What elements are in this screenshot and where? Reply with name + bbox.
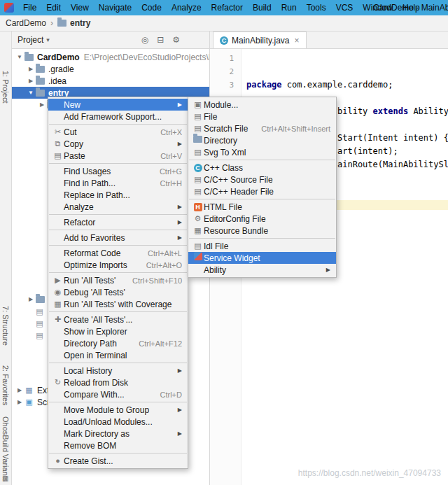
folder-icon	[36, 66, 45, 73]
menu-item-run-all-tests[interactable]: ▶ Run 'All Tests' Ctrl+Shift+F10	[48, 274, 188, 286]
editor-tab-bar: C MainAbility.java ×	[210, 31, 448, 49]
cpp-file-icon: ▤	[192, 185, 204, 197]
menubar-navigate[interactable]: Navigate	[94, 0, 136, 15]
console-icon: ▣	[24, 398, 34, 407]
menu-item-file[interactable]: ▤ File	[188, 111, 336, 122]
chevron-right-icon: ›	[50, 18, 53, 28]
tab-mainability-java[interactable]: C MainAbility.java ×	[213, 31, 307, 48]
tree-item-partial[interactable]: ▤	[35, 306, 44, 318]
menu-item-open-in-terminal[interactable]: Open in Terminal	[48, 349, 188, 361]
folder-icon	[193, 136, 202, 143]
chevron-right-icon: ▶	[37, 101, 47, 108]
menubar-edit[interactable]: Edit	[41, 0, 66, 15]
menu-item-idl-file[interactable]: ▤ Idl File	[188, 240, 336, 252]
tool-stripe-favorites[interactable]: 2: Favorites	[1, 365, 10, 405]
tree-item-label: CardDemo	[37, 52, 80, 62]
locate-file-icon[interactable]: ◎	[141, 35, 148, 45]
menubar-build[interactable]: Build	[248, 0, 276, 15]
tree-item-partial[interactable]: ▤	[35, 330, 44, 342]
menu-item-refactor[interactable]: Refactor ▶	[48, 216, 188, 228]
submenu-arrow-icon: ▶	[318, 267, 330, 273]
class-icon: C	[220, 36, 228, 45]
collapse-all-icon[interactable]: ⊟	[157, 35, 164, 45]
copy-icon: ⧉	[52, 138, 64, 150]
menu-item-directory[interactable]: Directory	[188, 134, 336, 146]
tree-item-gradle[interactable]: ▶ .gradle	[12, 63, 209, 75]
menu-item-c-cpp-source-file[interactable]: ▤ C/C++ Source File	[188, 174, 336, 185]
menu-item-directory-path[interactable]: Directory Path Ctrl+Alt+F12	[48, 337, 188, 349]
cut-icon: ✂	[52, 126, 64, 138]
tree-item-carddemo[interactable]: ▼ CardDemo E:\Project\DevEcoStudioProjec…	[12, 51, 209, 63]
ide-window: File Edit View Navigate Code Analyze Ref…	[0, 0, 448, 485]
menu-item-remove-bom[interactable]: Remove BOM	[48, 440, 188, 451]
menu-item-create-all-tests[interactable]: ✚ Create 'All Tests'...	[48, 314, 188, 325]
menubar-code[interactable]: Code	[136, 0, 167, 15]
menu-item-html-file[interactable]: H HTML File	[188, 201, 336, 213]
menu-item-svg-to-xml[interactable]: ▤ Svg To Xml	[188, 146, 336, 158]
menu-item-find-in-path[interactable]: Find in Path... Ctrl+H	[48, 177, 188, 189]
menu-item-analyze[interactable]: Analyze ▶	[48, 201, 188, 213]
menu-item-debug-all-tests[interactable]: ◉ Debug 'All Tests'	[48, 286, 188, 298]
menu-item-cut[interactable]: ✂ Cut Ctrl+X	[48, 126, 188, 138]
paste-icon: ▤	[52, 150, 64, 162]
tool-stripe-project[interactable]: 1: Project	[1, 71, 10, 103]
tool-stripe-structure[interactable]: 7: Structure	[1, 306, 10, 346]
project-panel-header: Project ▾ ◎ ⊟ ⚙	[12, 31, 209, 49]
run-icon: ▶	[52, 274, 64, 286]
menu-item-c-cpp-header-file[interactable]: ▤ C/C++ Header File	[188, 185, 336, 197]
menu-item-find-usages[interactable]: Find Usages Ctrl+G	[48, 165, 188, 177]
menubar-vcs[interactable]: VCS	[331, 0, 358, 15]
menu-item-show-in-explorer[interactable]: Show in Explorer	[48, 325, 188, 337]
menubar-analyze[interactable]: Analyze	[167, 0, 206, 15]
menu-item-optimize-imports[interactable]: Optimize Imports Ctrl+Alt+O	[48, 259, 188, 271]
close-tab-icon[interactable]: ×	[294, 36, 299, 45]
menu-item-compare-with[interactable]: Compare With... Ctrl+D	[48, 388, 188, 400]
menu-item-mark-directory-as[interactable]: Mark Directory as ▶	[48, 428, 188, 440]
menubar-view[interactable]: View	[66, 0, 94, 15]
menu-item-editorconfig-file[interactable]: ⚙ EditorConfig File	[188, 213, 336, 225]
menubar-run[interactable]: Run	[276, 0, 302, 15]
tool-window-switcher-icon[interactable]: ▦	[2, 475, 8, 482]
menu-item-local-history[interactable]: Local History ▶	[48, 365, 188, 377]
menu-item-new[interactable]: New ▶	[48, 99, 188, 111]
code-line: package com.example.carddemo;	[246, 78, 393, 92]
menu-item-load-unload-modules[interactable]: Load/Unload Modules...	[48, 416, 188, 428]
menu-item-scratch-file[interactable]: ▤ Scratch File Ctrl+Alt+Shift+Insert	[188, 122, 336, 134]
menu-item-replace-in-path[interactable]: Replace in Path...	[48, 189, 188, 201]
menu-item-add-to-favorites[interactable]: Add to Favorites ▶	[48, 232, 188, 244]
menu-item-reload-from-disk[interactable]: ↻ Reload from Disk	[48, 377, 188, 388]
tree-item-partial[interactable]: ▶	[26, 293, 45, 305]
project-view-selector[interactable]: Project ▾	[18, 35, 50, 45]
menu-item-add-framework-support[interactable]: Add Framework Support...	[48, 111, 188, 122]
menu-item-cpp-class[interactable]: C C++ Class	[188, 162, 336, 174]
menu-item-service-widget[interactable]: Service Widget	[188, 252, 336, 264]
menu-item-reformat-code[interactable]: Reformat Code Ctrl+Alt+L	[48, 247, 188, 259]
menu-separator	[49, 163, 187, 164]
new-submenu: ▣ Module... ▤ File ▤ Scratch File Ctrl+A…	[188, 97, 337, 278]
menu-item-paste[interactable]: ▤ Paste Ctrl+V	[48, 150, 188, 162]
tool-stripe-build-variants[interactable]: OhosBuild Variants	[1, 416, 10, 482]
tree-item-partial[interactable]: ▤	[35, 318, 44, 330]
folder-icon	[36, 296, 45, 303]
menubar-refactor[interactable]: Refactor	[206, 0, 248, 15]
menu-item-run-all-tests-with-coverage[interactable]: ▦ Run 'All Tests' with Coverage	[48, 298, 188, 310]
settings-gear-icon[interactable]: ⚙	[172, 35, 180, 45]
menu-item-resource-bundle[interactable]: ▦ Resource Bundle	[188, 225, 336, 237]
line-number: 1	[210, 52, 234, 65]
cpp-file-icon: ▤	[192, 174, 204, 185]
menu-item-move-module-to-group[interactable]: Move Module to Group ▶	[48, 404, 188, 416]
menu-item-ability[interactable]: Ability ▶	[188, 264, 336, 276]
menu-item-module[interactable]: ▣ Module...	[188, 99, 336, 111]
menubar-file[interactable]: File	[18, 0, 41, 15]
menu-item-create-gist[interactable]: ● Create Gist...	[48, 455, 188, 467]
watermark: https://blog.csdn.net/weixin_47094733	[298, 468, 441, 478]
menu-item-copy[interactable]: ⧉ Copy ▶	[48, 138, 188, 150]
tree-item-idea[interactable]: ▶ .idea	[12, 75, 209, 87]
menubar-tools[interactable]: Tools	[302, 0, 331, 15]
breadcrumb-project[interactable]: CardDemo	[6, 18, 46, 28]
code-fragment: ainRoute(MainAbilitySlic	[337, 158, 448, 171]
chevron-right-icon: ▶	[26, 296, 36, 302]
breadcrumb-module[interactable]: entry	[70, 18, 90, 28]
module-icon: ▣	[192, 99, 204, 111]
menu-separator	[49, 453, 187, 454]
